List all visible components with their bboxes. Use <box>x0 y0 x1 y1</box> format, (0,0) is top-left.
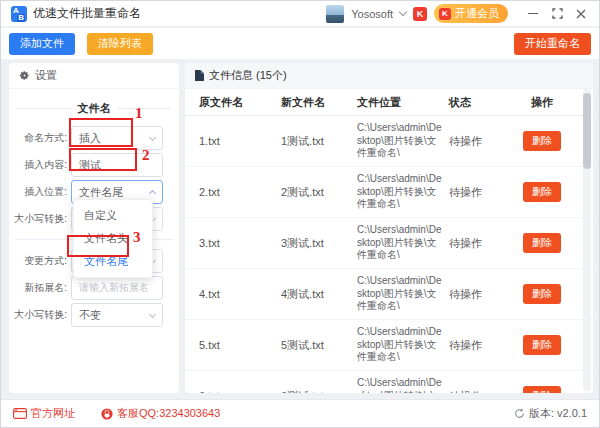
cell-status: 待操作 <box>449 185 509 200</box>
scrollbar-track[interactable] <box>583 89 591 391</box>
naming-method-label: 命名方式: <box>9 131 71 145</box>
change-method-label: 变更方式: <box>9 254 71 268</box>
delete-button[interactable]: 删除 <box>523 233 561 253</box>
annotation-box-2 <box>69 148 137 171</box>
file-info-header-label: 文件信息 (15个) <box>209 68 287 83</box>
scrollbar-thumb[interactable] <box>583 93 591 169</box>
clear-list-button[interactable]: 清除列表 <box>87 33 153 55</box>
refresh-icon <box>514 408 525 419</box>
annotation-number-3: 3 <box>133 229 141 246</box>
toolbar: 添加文件 清除列表 开始重命名 <box>1 28 599 59</box>
filename-section-title: 文件名 <box>17 101 171 116</box>
chevron-down-icon <box>149 133 156 140</box>
col-status: 状态 <box>449 95 509 110</box>
table-row: 6.txt 6测试.txt C:\Users\admin\Desktop\图片转… <box>185 371 593 393</box>
delete-button[interactable]: 删除 <box>523 335 561 355</box>
app-logo-icon: AB <box>11 6 27 22</box>
settings-panel: 设置 文件名 命名方式: 插入 插入内容: 测试 插入位置: 文件名尾 大小写转… <box>9 63 179 393</box>
settings-header-label: 设置 <box>35 68 57 83</box>
cell-file-location: C:\Users\admin\Desktop\图片转换\文件重命名\ <box>357 169 443 215</box>
browser-icon <box>13 408 27 419</box>
cell-status: 待操作 <box>449 338 509 353</box>
new-extension-input[interactable]: 请输入新拓展名 <box>71 276 163 300</box>
table-row: 5.txt 5测试.txt C:\Users\admin\Desktop\图片转… <box>185 320 593 371</box>
document-icon <box>195 70 204 81</box>
chevron-down-icon <box>149 310 156 317</box>
table-header: 原文件名 新文件名 文件位置 状态 操作 <box>185 89 593 116</box>
col-original-name: 原文件名 <box>199 95 281 110</box>
cell-status: 待操作 <box>449 236 509 251</box>
table-row: 2.txt 2测试.txt C:\Users\admin\Desktop\图片转… <box>185 167 593 218</box>
cell-original-name: 6.txt <box>199 390 281 393</box>
annotation-number-1: 1 <box>135 105 143 122</box>
minimize-button[interactable] <box>523 4 543 24</box>
close-icon <box>576 9 586 19</box>
delete-button[interactable]: 删除 <box>523 284 561 304</box>
cell-file-location: C:\Users\admin\Desktop\图片转换\文件重命名\ <box>357 118 443 164</box>
delete-button[interactable]: 删除 <box>523 386 561 393</box>
annotation-number-2: 2 <box>142 147 150 164</box>
cell-new-name: 4测试.txt <box>281 287 357 302</box>
table-row: 1.txt 1测试.txt C:\Users\admin\Desktop\图片转… <box>185 116 593 167</box>
qq-support-link[interactable]: 客服QQ:3234303643 <box>101 406 220 421</box>
case-convert-bottom-label: 大小写转换: <box>9 308 71 322</box>
dropdown-option[interactable]: 自定义 <box>74 204 152 227</box>
vip-icon: K <box>439 8 451 20</box>
new-extension-label: 新拓展名: <box>9 281 71 295</box>
add-files-button[interactable]: 添加文件 <box>9 33 75 55</box>
minimize-icon <box>528 13 538 14</box>
cell-new-name: 5测试.txt <box>281 338 357 353</box>
close-button[interactable] <box>571 4 591 24</box>
annotation-box-1 <box>69 118 133 147</box>
version-info[interactable]: 版本: v2.0.1 <box>514 406 587 421</box>
chevron-down-icon[interactable] <box>399 8 407 16</box>
chevron-up-icon <box>149 190 156 197</box>
col-operation: 操作 <box>509 95 593 110</box>
app-window: AB 优速文件批量重命名 Yososoft K K 开通会员 <box>0 0 600 428</box>
open-membership-button[interactable]: K 开通会员 <box>434 4 508 23</box>
cell-new-name: 6测试.txt <box>281 389 357 394</box>
insert-content-label: 插入内容: <box>9 158 71 172</box>
cell-status: 待操作 <box>449 287 509 302</box>
user-avatar[interactable] <box>326 5 344 23</box>
table-row: 3.txt 3测试.txt C:\Users\admin\Desktop\图片转… <box>185 218 593 269</box>
start-rename-button[interactable]: 开始重命名 <box>514 33 591 55</box>
annotation-box-3 <box>67 235 129 257</box>
file-info-panel: 文件信息 (15个) 原文件名 新文件名 文件位置 状态 操作 1.txt 1测… <box>185 63 593 393</box>
cell-file-location: C:\Users\admin\Desktop\图片转换\文件重命名\ <box>357 220 443 266</box>
window-title: 优速文件批量重命名 <box>33 5 141 22</box>
delete-button[interactable]: 删除 <box>523 131 561 151</box>
open-membership-label: 开通会员 <box>455 6 499 21</box>
cell-status: 待操作 <box>449 134 509 149</box>
status-bar: 官方网址 客服QQ:3234303643 版本: v2.0.1 <box>1 399 599 427</box>
cell-original-name: 2.txt <box>199 186 281 198</box>
user-name[interactable]: Yososoft <box>351 8 393 20</box>
file-table-body: 1.txt 1测试.txt C:\Users\admin\Desktop\图片转… <box>185 116 593 393</box>
cell-new-name: 2测试.txt <box>281 185 357 200</box>
insert-position-label: 插入位置: <box>9 185 71 199</box>
official-site-label: 官方网址 <box>31 406 75 421</box>
cell-new-name: 3测试.txt <box>281 236 357 251</box>
version-label: 版本: v2.0.1 <box>529 406 587 421</box>
cell-file-location: C:\Users\admin\Desktop\图片转换\文件重命名\ <box>357 271 443 317</box>
table-row: 4.txt 4测试.txt C:\Users\admin\Desktop\图片转… <box>185 269 593 320</box>
gear-icon <box>19 70 30 81</box>
case-convert-label: 大小写转换: <box>9 212 71 226</box>
qq-icon <box>101 408 113 420</box>
cell-file-location: C:\Users\admin\Desktop\图片转换\文件重命名\ <box>357 373 443 393</box>
maximize-button[interactable] <box>547 4 567 24</box>
cell-original-name: 1.txt <box>199 135 281 147</box>
delete-button[interactable]: 删除 <box>523 182 561 202</box>
title-bar: AB 优速文件批量重命名 Yososoft K K 开通会员 <box>1 1 599 27</box>
col-new-name: 新文件名 <box>281 95 357 110</box>
cell-status: 待操作 <box>449 389 509 394</box>
cell-original-name: 4.txt <box>199 288 281 300</box>
maximize-icon <box>552 8 563 19</box>
cell-new-name: 1测试.txt <box>281 134 357 149</box>
official-site-link[interactable]: 官方网址 <box>13 406 75 421</box>
case-convert-bottom-select[interactable]: 不变 <box>71 303 163 327</box>
cell-original-name: 5.txt <box>199 339 281 351</box>
vip-level-icon: K <box>413 7 427 21</box>
qq-support-label: 客服QQ:3234303643 <box>117 406 220 421</box>
col-location: 文件位置 <box>357 95 449 110</box>
